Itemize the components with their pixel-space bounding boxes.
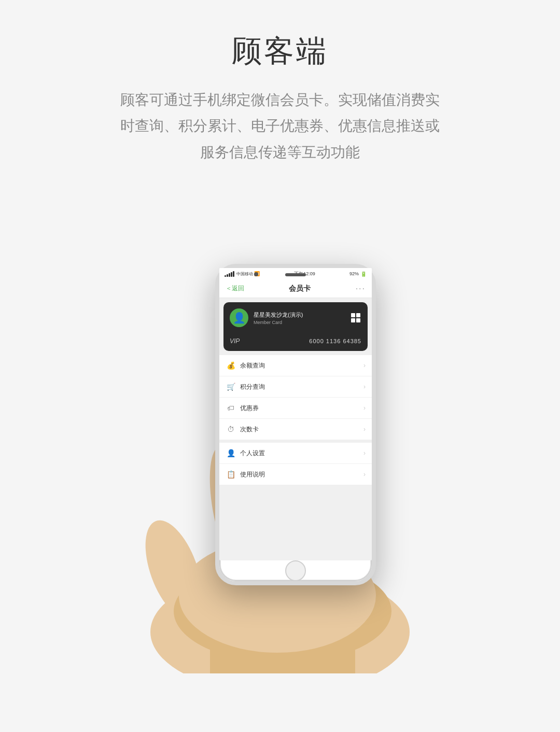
menu-item-help[interactable]: 📋 使用说明 ›: [219, 464, 372, 485]
title-section: 顾客端 顾客可通过手机绑定微信会员卡。实现储值消费实 时查询、积分累计、电子优惠…: [120, 31, 440, 165]
arrow-icon-4: ›: [363, 426, 366, 433]
phone-bottom: [219, 560, 372, 581]
balance-label: 余额查询: [240, 361, 359, 370]
arrow-icon-2: ›: [363, 383, 366, 390]
phone-scene: 中国移动 📶 下午12:09 92% 🔋 ＜返回 会员卡 ···: [86, 207, 474, 673]
nav-title: 会员卡: [289, 284, 311, 293]
card-type-label: Member Card: [254, 320, 345, 325]
points-icon: 🛒: [226, 382, 236, 392]
menu-item-balance[interactable]: 💰 余额查询 ›: [219, 355, 372, 376]
arrow-icon-6: ›: [363, 471, 366, 478]
subtitle-text: 顾客可通过手机绑定微信会员卡。实现储值消费实 时查询、积分累计、电子优惠券、优惠…: [120, 87, 440, 165]
signal-dots: [225, 271, 234, 277]
profile-label: 个人设置: [240, 449, 359, 458]
card-number: 6000 1136 64385: [309, 338, 361, 344]
arrow-icon-5: ›: [363, 449, 366, 457]
phone-mockup: 中国移动 📶 下午12:09 92% 🔋 ＜返回 会员卡 ···: [184, 295, 376, 585]
carrier-label: 中国移动: [236, 271, 253, 277]
home-button[interactable]: [285, 560, 306, 581]
points-label: 积分查询: [240, 383, 359, 391]
profile-icon: 👤: [226, 448, 236, 458]
nav-back-button[interactable]: ＜返回: [226, 284, 244, 293]
card-header: 👤 星星美发沙龙(演示) Member Card: [230, 308, 361, 327]
menu-item-profile[interactable]: 👤 个人设置 ›: [219, 443, 372, 464]
qr-code-icon[interactable]: [350, 312, 361, 323]
sessions-label: 次数卡: [240, 425, 359, 434]
page-container: 顾客端 顾客可通过手机绑定微信会员卡。实现储值消费实 时查询、积分累计、电子优惠…: [0, 0, 560, 732]
balance-icon: 💰: [226, 360, 236, 371]
sessions-icon: ⏱: [226, 424, 236, 434]
card-footer: VIP 6000 1136 64385: [230, 337, 361, 345]
menu-group-2: 👤 个人设置 › 📋 使用说明 ›: [219, 443, 372, 485]
phone-camera: [254, 272, 258, 276]
status-right: 92% 🔋: [349, 271, 367, 277]
nav-more-button[interactable]: ···: [356, 284, 366, 293]
arrow-icon-3: ›: [363, 404, 366, 412]
card-info: 星星美发沙龙(演示) Member Card: [254, 311, 345, 325]
coupon-label: 优惠券: [240, 404, 359, 413]
nav-bar: ＜返回 会员卡 ···: [219, 279, 372, 298]
arrow-icon: ›: [363, 362, 366, 369]
menu-item-points[interactable]: 🛒 积分查询 ›: [219, 376, 372, 398]
menu-item-sessions[interactable]: ⏱ 次数卡 ›: [219, 419, 372, 440]
help-icon: 📋: [226, 469, 236, 480]
card-avatar: 👤: [230, 308, 248, 327]
page-title: 顾客端: [120, 31, 440, 72]
menu-group-1: 💰 余额查询 › 🛒 积分查询 › 🏷 优惠券 ›: [219, 355, 372, 440]
menu-item-coupon[interactable]: 🏷 优惠券 ›: [219, 398, 372, 419]
member-card: 👤 星星美发沙龙(演示) Member Card: [223, 302, 368, 351]
battery-icon: 🔋: [360, 271, 367, 277]
phone-screen: 中国移动 📶 下午12:09 92% 🔋 ＜返回 会员卡 ···: [219, 268, 372, 560]
battery-label: 92%: [349, 271, 359, 276]
coupon-icon: 🏷: [226, 403, 236, 413]
card-shop-name: 星星美发沙龙(演示): [254, 311, 345, 319]
phone-speaker: [285, 273, 306, 276]
vip-label: VIP: [230, 337, 240, 345]
avatar-icon: 👤: [233, 312, 246, 324]
help-label: 使用说明: [240, 470, 359, 479]
